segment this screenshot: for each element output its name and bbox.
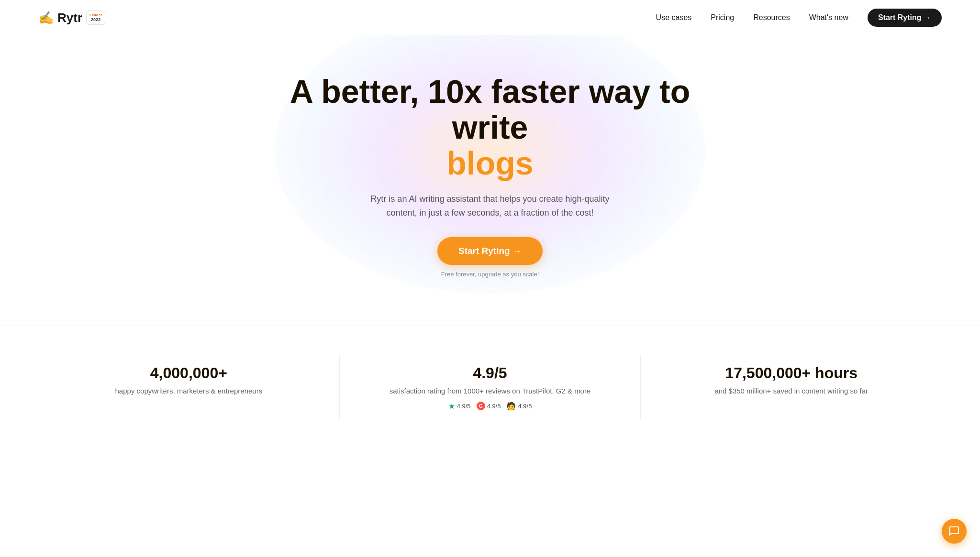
- stat-rating: 4.9/5 satisfaction rating from 1000+ rev…: [340, 355, 641, 420]
- capterra-rating: 🧑 4.9/5: [506, 402, 532, 411]
- hero-headline: A better, 10x faster way to write blogs: [275, 74, 705, 181]
- stats-section: 4,000,000+ happy copywriters, marketers …: [0, 326, 980, 439]
- nav-cta-button[interactable]: Start Ryting →: [868, 9, 942, 27]
- hero-cta-subtext: Free forever, upgrade as you scale!: [19, 271, 961, 278]
- hero-section: A better, 10x faster way to write blogs …: [0, 35, 980, 306]
- trustpilot-rating: ★ 4.9/5: [448, 402, 471, 411]
- stat-hours-number: 17,500,000+ hours: [660, 364, 923, 382]
- navbar: ✍️ Rytr Leader 2022 Use cases Pricing Re…: [0, 0, 980, 35]
- capterra-value: 4.9/5: [518, 403, 532, 410]
- g2-icon: G: [477, 402, 485, 410]
- hero-cta-button[interactable]: Start Ryting →: [437, 237, 543, 265]
- stat-rating-number: 4.9/5: [359, 364, 622, 382]
- stat-users-label: happy copywriters, marketers & entrepren…: [57, 386, 320, 396]
- stat-hours: 17,500,000+ hours and $350 million+ save…: [641, 355, 942, 420]
- nav-resources[interactable]: Resources: [753, 13, 790, 22]
- nav-use-cases[interactable]: Use cases: [656, 13, 692, 22]
- stat-users: 4,000,000+ happy copywriters, marketers …: [38, 355, 340, 420]
- trustpilot-value: 4.9/5: [457, 403, 471, 410]
- hero-content: A better, 10x faster way to write blogs …: [19, 74, 961, 278]
- logo-emoji: ✍️: [38, 11, 54, 25]
- nav-whats-new[interactable]: What's new: [809, 13, 848, 22]
- logo-text: Rytr: [57, 11, 82, 25]
- nav-pricing[interactable]: Pricing: [711, 13, 734, 22]
- g2-value: 4.9/5: [487, 403, 501, 410]
- star-icon: ★: [448, 402, 455, 411]
- leader-badge: Leader 2022: [86, 11, 105, 25]
- rating-icons: ★ 4.9/5 G 4.9/5 🧑 4.9/5: [359, 402, 622, 411]
- capterra-icon: 🧑: [506, 402, 516, 411]
- hero-headline-highlight: blogs: [446, 145, 533, 181]
- hero-headline-part1: A better, 10x faster way to write: [290, 73, 690, 145]
- g2-rating: G 4.9/5: [477, 402, 501, 410]
- stat-hours-label: and $350 million+ saved in content writi…: [660, 386, 923, 396]
- stat-rating-label: satisfaction rating from 1000+ reviews o…: [359, 386, 622, 396]
- hero-subtitle: Rytr is an AI writing assistant that hel…: [356, 192, 624, 220]
- nav-links: Use cases Pricing Resources What's new S…: [656, 9, 942, 27]
- stat-users-number: 4,000,000+: [57, 364, 320, 382]
- logo[interactable]: ✍️ Rytr Leader 2022: [38, 11, 105, 25]
